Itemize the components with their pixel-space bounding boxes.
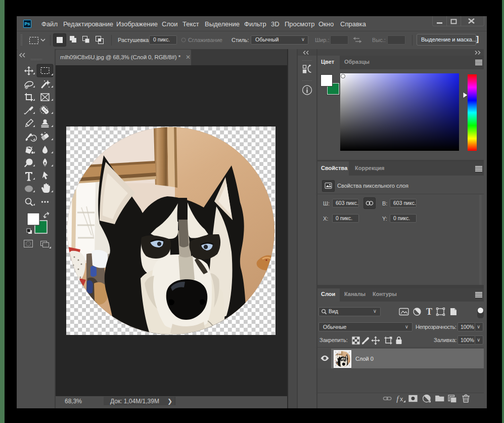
svg-text:T: T bbox=[426, 307, 432, 317]
svg-text:x: x bbox=[400, 396, 403, 403]
